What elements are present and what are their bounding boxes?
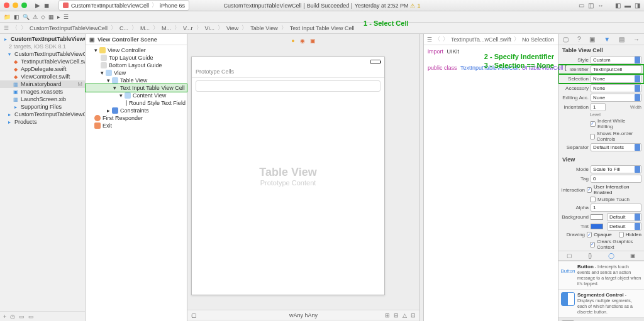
indent-level-input[interactable]: 1	[591, 103, 606, 111]
disclosure-icon[interactable]: ▾	[119, 92, 123, 99]
mode-select[interactable]: Scale To Fill	[591, 165, 641, 173]
project-navigator-tab[interactable]: 📁	[4, 14, 11, 20]
identifier-input[interactable]: TextInputCell	[591, 65, 641, 73]
test-navigator-tab[interactable]: ◇	[41, 14, 45, 20]
checkbox-icon[interactable]: ✓	[587, 187, 592, 193]
checkbox-icon[interactable]	[590, 134, 595, 139]
forward-icon[interactable]: 〉	[443, 35, 448, 43]
group-products[interactable]: ▸Products	[0, 118, 85, 126]
size-inspector-tab[interactable]: ▤	[619, 36, 625, 43]
object-library[interactable]: ButtonButton - Intercepts touch events a…	[558, 261, 644, 321]
style-select[interactable]: Custom	[591, 56, 641, 64]
media-lib-tab[interactable]: ▣	[630, 253, 636, 259]
check-indent-while[interactable]: ✓Indent While Editing	[558, 117, 644, 130]
toggle-utilities-button[interactable]: ◨	[635, 2, 640, 9]
disclosure-icon[interactable]: ▾	[101, 70, 104, 76]
outline-first-responder[interactable]: First Responder	[86, 114, 187, 122]
outline-tree[interactable]: ▾View Controller Top Layout Guide Bottom…	[86, 45, 187, 321]
outline-viewcontroller[interactable]: ▾View Controller	[86, 46, 187, 54]
symbol-navigator-tab[interactable]: ◧	[14, 14, 19, 20]
pin-button[interactable]: ⊟	[394, 312, 399, 318]
attributes-inspector-tab[interactable]: ▼	[604, 36, 610, 43]
minimize-window-button[interactable]	[13, 3, 18, 8]
object-lib-tab[interactable]: ◯	[608, 253, 614, 259]
related-items-icon[interactable]: ☰	[4, 25, 9, 31]
crumb-7[interactable]: Table View	[250, 25, 277, 31]
issue-navigator-tab[interactable]: ⚠	[33, 14, 38, 20]
align-button[interactable]: ⊞	[385, 312, 390, 318]
file-appdelegate[interactable]: ◆AppDelegate.swift	[0, 65, 85, 73]
crumb-6[interactable]: View	[226, 25, 238, 31]
find-navigator-tab[interactable]: 🔍	[23, 14, 30, 20]
zoom-window-button[interactable]	[21, 3, 27, 8]
checkbox-icon[interactable]: ✓	[590, 121, 596, 127]
crumb-8[interactable]: Text Input Table View Cell	[290, 25, 355, 31]
fr-dock-icon[interactable]: ◉	[300, 38, 305, 44]
file-storyboard[interactable]: ▦Main.storyboardM	[0, 80, 85, 88]
back-icon[interactable]: 〈	[12, 24, 18, 32]
file-cell-swift[interactable]: ◆TextInputTableViewCell.swiftA	[0, 58, 85, 65]
tag-input[interactable]: 0	[591, 175, 641, 183]
file-inspector-tab[interactable]: ▢	[563, 36, 569, 43]
prototype-cell-field[interactable]	[196, 80, 380, 92]
connections-inspector-tab[interactable]: →	[633, 36, 640, 43]
report-navigator-tab[interactable]: ☰	[64, 14, 69, 20]
back-icon[interactable]: 〈	[435, 35, 440, 43]
disclosure-icon[interactable]: ▾	[113, 85, 116, 91]
assistant-jump-bar[interactable]: ☰ 〈 〉 TextInputTa...wCell.swift 〉 No Sel…	[424, 34, 558, 45]
checkbox-icon[interactable]: ✓	[590, 242, 595, 248]
crumb-3[interactable]: M...	[162, 25, 171, 31]
lib-segmented[interactable]: Segmented Control - Displays multiple se…	[558, 290, 644, 318]
crumb-0[interactable]: CustomTextInputTableViewCell	[30, 25, 108, 31]
check-reorder[interactable]: Shows Re-order Controls	[558, 130, 644, 143]
help-inspector-tab[interactable]: ?	[577, 36, 581, 43]
outline-tableview[interactable]: ▾Table View	[86, 77, 187, 84]
resize-button[interactable]: ⊡	[411, 312, 416, 318]
lib-textfield[interactable]: TextText Field - Displays editable text …	[558, 318, 644, 321]
file-launchscreen[interactable]: ▦LaunchScreen.xib	[0, 95, 85, 103]
warning-icon[interactable]: ⚠	[410, 3, 415, 9]
disclosure-icon[interactable]: ▾	[94, 47, 97, 53]
project-row[interactable]: ▸CustomTextInputTableViewCellM	[0, 35, 85, 43]
toggle-navigator-button[interactable]: ◧	[615, 2, 621, 9]
outline-contentview[interactable]: ▾Content View	[86, 92, 187, 99]
outline-constraints[interactable]: ▸Constraints	[86, 107, 187, 114]
tint-select[interactable]: Default	[607, 222, 641, 231]
checkbox-icon[interactable]	[590, 197, 596, 202]
crumb-5[interactable]: Vi...	[205, 25, 214, 31]
resolve-button[interactable]: △	[402, 312, 407, 318]
background-select[interactable]: Default	[607, 213, 641, 221]
group-tests[interactable]: ▸CustomTextInputTableViewCellTests	[0, 111, 85, 118]
outline-top-guide[interactable]: Top Layout Guide	[86, 54, 187, 62]
outline-bottom-guide[interactable]: Bottom Layout Guide	[86, 62, 187, 69]
alpha-input[interactable]: 1	[591, 204, 641, 212]
crumb-1[interactable]: C...	[119, 25, 128, 31]
toggle-outline-button[interactable]: ▢	[191, 312, 197, 318]
outline-exit[interactable]: Exit	[86, 122, 187, 129]
interface-builder-canvas[interactable]: 1 - Select Cell ● ◉ ▣ Prototype Cells Ta…	[187, 34, 420, 321]
disclosure-icon[interactable]: ▾	[107, 77, 110, 84]
add-button[interactable]: +	[3, 313, 6, 320]
crumb-4[interactable]: V...r	[183, 25, 193, 31]
color-swatch[interactable]	[591, 214, 603, 220]
file-template-lib-tab[interactable]: ▢	[567, 253, 572, 259]
outline-view[interactable]: ▾View	[86, 69, 187, 77]
selection-select[interactable]: None	[591, 75, 641, 83]
group-main[interactable]: ▾CustomTextInputTableViewCell	[0, 50, 85, 58]
toggle-debug-button[interactable]: ▬	[625, 2, 631, 9]
editor-standard-button[interactable]: ▭	[579, 2, 584, 9]
color-swatch[interactable]	[591, 224, 603, 229]
identity-inspector-tab[interactable]: ▣	[589, 36, 595, 43]
code-snippet-lib-tab[interactable]: {}	[588, 253, 592, 259]
file-viewcontroller[interactable]: ◆ViewController.swift	[0, 73, 85, 80]
editor-version-button[interactable]: ↔	[597, 2, 604, 9]
jump-bar[interactable]: ☰ 〈 〉 CustomTextInputTableViewCell〉 C...…	[0, 23, 644, 34]
navigator-tree[interactable]: ▸CustomTextInputTableViewCellM 2 targets…	[0, 34, 85, 311]
accessory-select[interactable]: None	[591, 84, 641, 92]
close-window-button[interactable]	[4, 3, 9, 8]
filter-field[interactable]: ▭	[28, 313, 34, 320]
stop-button[interactable]: ◼	[44, 2, 49, 9]
separator-select[interactable]: Default Insets	[591, 143, 641, 151]
editing-acc-select[interactable]: None	[591, 94, 641, 102]
exit-dock-icon[interactable]: ▣	[310, 38, 316, 44]
